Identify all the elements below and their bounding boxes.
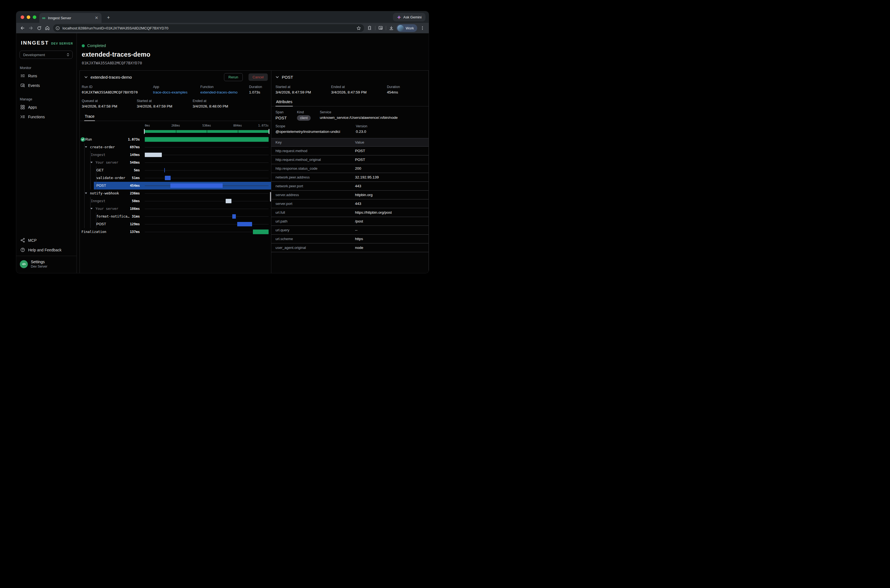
span-bar[interactable] [145, 153, 162, 157]
downloads-icon[interactable] [387, 24, 395, 32]
span-bar[interactable] [164, 168, 165, 172]
meta-value[interactable]: trace-docs-examples [153, 90, 200, 94]
span-bar[interactable] [232, 214, 236, 219]
trace-row-inngest[interactable]: Inngest50ms [80, 197, 271, 205]
span-name: Run [85, 137, 92, 142]
sidebar-item-settings[interactable]: </> Settings Dev Server [16, 256, 77, 273]
table-row[interactable]: http.request.methodPOST [271, 146, 428, 155]
sidebar-item-help-and-feedback[interactable]: Help and Feedback [16, 245, 77, 255]
span-bar[interactable] [237, 222, 252, 226]
reload-button[interactable] [35, 24, 43, 32]
table-row[interactable]: http.response.status_code200 [271, 164, 428, 173]
tab-attributes[interactable]: Attributes [275, 98, 293, 106]
span-duration: 548ms [112, 160, 140, 165]
tab-search-icon[interactable] [376, 24, 385, 32]
attribute-key: url.scheme [275, 237, 355, 241]
expander-chevron-icon[interactable] [90, 208, 93, 210]
indent-guide [84, 166, 84, 174]
table-row[interactable]: user_agent.originalnode [271, 243, 428, 252]
sidebar-item-events[interactable]: Events [16, 81, 77, 90]
sidebar-item-apps[interactable]: Apps [16, 102, 77, 112]
trace-row-validate-order[interactable]: validate-order51ms [80, 174, 271, 182]
scrollbar-thumb[interactable] [270, 192, 271, 202]
table-row[interactable]: url.fullhttps://httpbin.org/post [271, 208, 428, 217]
table-row[interactable]: http.request.method_originalPOST [271, 155, 428, 164]
table-row[interactable]: network.peer.address32.192.95.139 [271, 173, 428, 182]
trace-row-format-notifica[interactable]: format-notifica…31ms [80, 213, 271, 220]
meta-value: 3/4/2026, 8:47:59 PM [275, 90, 331, 94]
close-window-button[interactable] [21, 15, 24, 19]
meta-value[interactable]: extended-traces-demo [200, 90, 249, 94]
attribute-key: server.port [275, 202, 355, 206]
runs-icon [20, 74, 25, 78]
attribute-value: https [355, 237, 363, 241]
trace-row-inngest[interactable]: Inngest149ms [80, 151, 271, 159]
indent-guide [84, 182, 84, 189]
tab-trace[interactable]: Trace [84, 112, 95, 121]
functions-icon [20, 114, 25, 119]
browser-tab[interactable]: ∞ Inngest Server ✕ [39, 13, 102, 23]
collapse-chevron-icon[interactable] [84, 75, 88, 79]
scope-meta: Scope @opentelemetry/instrumentation-und… [271, 124, 428, 134]
sidebar-item-mcp[interactable]: MCP [16, 236, 77, 245]
attribute-key: server.address [275, 193, 355, 197]
browser-profile-button[interactable]: Work [397, 24, 417, 32]
meta-value: 3/4/2026, 8:47:58 PM [82, 104, 137, 108]
attribute-value: 32.192.95.139 [355, 175, 379, 179]
trace-row-post[interactable]: POST129ms [80, 220, 271, 228]
service-value: unknown_service:/Users/alawrence/.n/bin/… [320, 116, 398, 120]
table-row[interactable]: url.query-- [271, 225, 428, 234]
span-bar[interactable] [165, 176, 171, 180]
timeline-minimap[interactable] [145, 128, 269, 135]
trace-row-your-server[interactable]: Your server186ms [80, 205, 271, 213]
trace-row-finalization[interactable]: Finalization137ms [80, 228, 271, 236]
span-bar[interactable] [145, 137, 269, 142]
trace-row-get[interactable]: GET5ms [80, 166, 271, 174]
trace-row-run[interactable]: Run1.073s [80, 136, 271, 143]
tab-close-icon[interactable]: ✕ [94, 15, 99, 20]
span-name: create-order [90, 145, 115, 149]
minimize-window-button[interactable] [27, 15, 30, 19]
url-text[interactable]: localhost:8288/run?runID=01KJXTWA35SA8D2… [62, 26, 355, 30]
bookmark-star-icon[interactable] [355, 24, 362, 32]
trace-row-notify-webhook[interactable]: notify-webhook236ms [80, 189, 271, 197]
expander-chevron-icon[interactable] [90, 162, 93, 164]
span-bar[interactable] [226, 199, 232, 203]
trace-card: extended-traces-demo Rerun Cancel Run ID… [80, 70, 429, 273]
extensions-icon[interactable] [366, 24, 374, 32]
cancel-button[interactable]: Cancel [248, 74, 268, 81]
table-row[interactable]: url.schemehttps [271, 234, 428, 243]
back-button[interactable] [18, 24, 27, 32]
apps-icon [20, 105, 25, 110]
trace-row-post[interactable]: POST454ms [80, 182, 271, 189]
new-tab-button[interactable]: + [105, 14, 112, 21]
environment-selector[interactable]: Development [20, 51, 73, 59]
collapse-chevron-icon[interactable] [275, 75, 279, 79]
url-bar[interactable]: localhost:8288/run?runID=01KJXTWA35SA8D2… [53, 24, 364, 32]
trace-row-your-server[interactable]: Your server548ms [80, 159, 271, 166]
span-duration: 236ms [112, 191, 140, 195]
ask-gemini-button[interactable]: Ask Gemini [393, 13, 425, 21]
home-button[interactable] [43, 24, 51, 32]
minimap-right-handle[interactable] [269, 129, 269, 134]
table-row[interactable]: url.path/post [271, 217, 428, 225]
mcp-icon [20, 238, 25, 243]
dev-server-badge: DEV SERVER [51, 42, 73, 45]
expander-chevron-icon[interactable] [85, 146, 87, 148]
span-bar[interactable] [170, 183, 223, 188]
expander-chevron-icon[interactable] [85, 192, 87, 194]
rerun-button[interactable]: Rerun [224, 73, 242, 81]
meta-label: Started at [275, 85, 331, 89]
maximize-window-button[interactable] [33, 15, 36, 19]
site-info-icon[interactable] [54, 25, 61, 32]
sidebar-item-functions[interactable]: Functions [16, 112, 77, 122]
table-row[interactable]: server.port443 [271, 199, 428, 208]
forward-button[interactable] [27, 24, 35, 32]
table-row[interactable]: network.peer.port443 [271, 182, 428, 190]
span-bar[interactable] [253, 230, 269, 234]
browser-menu-icon[interactable] [418, 24, 427, 32]
table-row[interactable]: server.addresshttpbin.org [271, 190, 428, 199]
trace-row-create-order[interactable]: create-order697ms [80, 143, 271, 151]
sidebar-item-runs[interactable]: Runs [16, 71, 77, 81]
meta-label: Function [200, 85, 249, 89]
